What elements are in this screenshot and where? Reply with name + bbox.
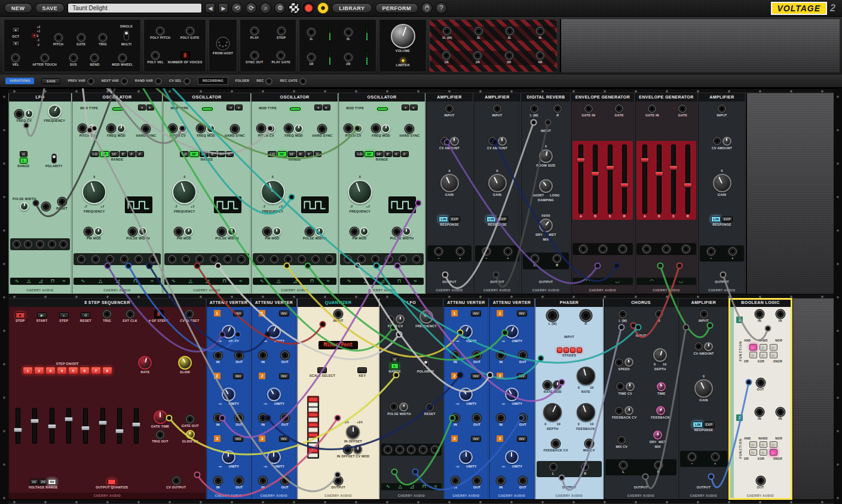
module-digital-reverb[interactable]: DIGITAL REVERBL (M)RINPUT0ROOM SIZESHORT… (521, 93, 571, 294)
and-select-button[interactable]: ▷ (749, 344, 757, 351)
benchmark-flag-icon[interactable] (289, 2, 300, 14)
step-4-button[interactable] (577, 348, 582, 353)
poly-vel-jack[interactable] (151, 51, 160, 60)
in-jack[interactable] (755, 310, 764, 318)
pitch-cv-cv-jack[interactable] (344, 124, 353, 133)
module-chorus[interactable]: CHORUSL (M)RINPUTSPEED0 10DEPTHTIME CVTI… (604, 299, 678, 499)
freq-mod-knob[interactable] (117, 124, 125, 133)
x-button[interactable]: ◂ (314, 105, 322, 110)
d-slider[interactable] (593, 145, 598, 214)
frequency-knob[interactable] (261, 180, 285, 204)
help-icon[interactable]: ? (436, 2, 447, 14)
prev-var-jack[interactable] (87, 78, 94, 85)
inv-button[interactable]: INV (279, 373, 289, 379)
out-jack[interactable] (235, 414, 243, 422)
jack-jack[interactable] (642, 245, 651, 253)
slider-cap[interactable] (669, 165, 678, 170)
knob-knob[interactable] (222, 388, 235, 401)
hard-sync-jack[interactable] (142, 125, 150, 133)
a-slider[interactable] (642, 145, 647, 214)
cv-amount-cv-jack[interactable] (440, 137, 449, 145)
16-button[interactable]: 16' (287, 151, 296, 157)
2l-jack[interactable] (344, 28, 353, 36)
jack-jack[interactable] (579, 245, 587, 253)
mix-knob[interactable] (539, 219, 553, 232)
pw-mod-knob[interactable] (360, 227, 369, 236)
out-jack[interactable] (473, 477, 481, 485)
knob-knob[interactable] (459, 325, 473, 339)
in-jack[interactable] (451, 414, 460, 422)
4-button[interactable]: 4' (393, 151, 400, 157)
pulse-width-cv-jack[interactable] (218, 228, 226, 236)
r-jack[interactable] (553, 254, 561, 263)
mod-wheel-jack[interactable] (118, 54, 127, 62)
slider-cap[interactable] (65, 417, 74, 422)
cv-amount-cv-jack[interactable] (488, 137, 497, 145)
r-slider[interactable] (685, 145, 690, 214)
or-select-button[interactable]: ▷ (749, 352, 757, 358)
gate-jack[interactable] (77, 33, 85, 42)
jack-jack[interactable] (223, 255, 232, 263)
x-jack[interactable] (707, 247, 715, 256)
frequency-knob[interactable] (48, 105, 62, 118)
module-amplifier[interactable]: AMPLIFIERINPUTCV AMOUNT0GAINLINEXPRESPON… (473, 93, 521, 294)
jack-jack[interactable] (270, 255, 278, 263)
input-jack[interactable] (493, 105, 501, 113)
4r-jack[interactable] (536, 51, 544, 60)
step-4-button[interactable]: 4 (57, 367, 67, 374)
start-button[interactable]: ▶ (37, 312, 47, 318)
s-slider[interactable] (608, 145, 613, 214)
next-var-jack[interactable] (121, 78, 128, 85)
slider-slider[interactable] (66, 408, 71, 444)
prev-patch-button[interactable]: ◀ (205, 3, 215, 13)
jack-jack[interactable] (210, 255, 218, 263)
step-7-button[interactable]: 7 (91, 367, 101, 374)
x-button[interactable]: ◂ (402, 105, 409, 110)
exp-button[interactable]: EXP (449, 216, 460, 222)
jack-jack[interactable] (431, 445, 439, 454)
32-button[interactable]: 32' (277, 151, 286, 157)
cv-amount-cv-jack[interactable] (713, 137, 721, 145)
gain-knob[interactable] (488, 174, 507, 192)
jack-jack[interactable] (599, 245, 607, 253)
key-8[interactable] (308, 433, 318, 438)
slider-cap[interactable] (30, 419, 39, 423)
gate-out-jack[interactable] (186, 415, 194, 423)
module-amplifier[interactable]: AMPLIFIERINPUTCV AMOUNT0GAINLINEXPRESPON… (698, 93, 746, 294)
out-jack[interactable] (281, 414, 289, 422)
pulse-width-cv-jack[interactable] (128, 228, 137, 236)
slider-cap[interactable] (684, 183, 693, 188)
cv-output-jack[interactable] (172, 477, 180, 485)
jack-jack[interactable] (59, 240, 68, 248)
feedback-cv-cv-jack[interactable] (615, 407, 623, 415)
inv-button[interactable]: INV (471, 436, 481, 442)
scale-select-button[interactable] (317, 367, 327, 373)
jack-jack[interactable] (399, 255, 407, 263)
cv-amount-knob[interactable] (498, 137, 507, 146)
knob-knob[interactable] (267, 388, 281, 401)
knob-knob[interactable] (505, 388, 519, 401)
in-jack[interactable] (214, 351, 222, 359)
frequency-knob[interactable] (82, 180, 106, 204)
frequency-knob[interactable] (172, 180, 197, 204)
x-button[interactable]: ◂ (138, 105, 146, 110)
4-button[interactable]: 4' (305, 151, 313, 157)
inv-button[interactable]: INV (517, 311, 527, 316)
slider-cap[interactable] (605, 165, 614, 170)
lo-button[interactable]: LO (90, 151, 99, 157)
key-12[interactable] (308, 453, 318, 458)
1l-m-jack[interactable] (443, 27, 451, 35)
slider-slider[interactable] (100, 408, 105, 444)
module-oscillator[interactable]: OSCILLATORMOD TYPE◂▸PITCH CVFREQ MODHARD… (251, 93, 338, 294)
pitch-cv-knob[interactable] (267, 124, 275, 133)
hand-drag-icon[interactable] (421, 2, 433, 14)
x-button[interactable]: ▸ (146, 105, 154, 110)
x-jack[interactable] (456, 247, 464, 256)
patch-name-input[interactable] (68, 3, 202, 13)
xnor-select-button[interactable]: ▷ (770, 449, 777, 456)
r-jack[interactable] (553, 105, 562, 113)
feedback-knob[interactable] (577, 403, 595, 422)
pulse-width-knob[interactable] (227, 227, 236, 236)
jack-jack[interactable] (237, 255, 246, 263)
cv-sel-jack[interactable] (183, 78, 191, 85)
